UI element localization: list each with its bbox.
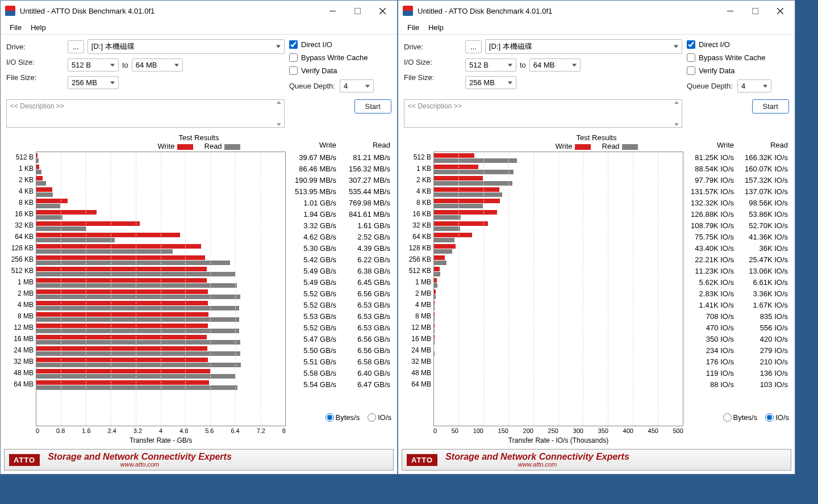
bar-pair xyxy=(36,356,285,368)
write-value: 108.79K IO/s xyxy=(683,220,734,232)
read-bar xyxy=(36,317,239,322)
filesize-select[interactable]: 256 MB xyxy=(465,76,516,89)
bypass-write-cache-checkbox[interactable]: Bypass Write Cache xyxy=(289,53,391,62)
read-bar xyxy=(36,306,239,310)
bar-pair xyxy=(36,288,285,300)
y-label: 16 KB xyxy=(4,208,34,220)
write-bar xyxy=(434,187,499,192)
x-tick: 2.4 xyxy=(107,427,116,434)
read-value: 6.22 GB/s xyxy=(340,254,390,266)
direct-io-checkbox[interactable]: Direct I/O xyxy=(289,40,391,49)
y-label: 48 MB xyxy=(4,367,34,379)
read-bar xyxy=(434,249,452,254)
verify-data-checkbox[interactable]: Verify Data xyxy=(289,66,391,75)
start-button[interactable]: Start xyxy=(752,99,789,114)
bar-pair xyxy=(36,368,285,379)
values-table: Write39.67 MB/s86.46 MB/s190.99 MB/s513.… xyxy=(286,141,394,426)
menu-help[interactable]: Help xyxy=(424,22,448,33)
description-input[interactable]: << Description >> xyxy=(404,99,682,128)
drive-select[interactable]: [D:] 本機磁碟 xyxy=(485,39,682,54)
read-bar xyxy=(36,272,235,276)
read-bar xyxy=(434,283,437,288)
menu-file[interactable]: File xyxy=(5,22,26,33)
y-label: 8 KB xyxy=(4,197,34,208)
write-bar xyxy=(434,199,500,203)
iosize-to-select[interactable]: 64 MB xyxy=(529,58,581,72)
read-bar xyxy=(36,295,240,299)
read-value: 6.56 GB/s xyxy=(340,345,390,356)
queue-depth-select[interactable]: 4 xyxy=(737,79,771,93)
write-bar xyxy=(36,221,140,226)
y-label: 16 MB xyxy=(4,333,34,345)
read-value: 157.32K IO/s xyxy=(737,175,788,186)
bar-pair xyxy=(36,198,285,209)
write-value: 5.52 GB/s xyxy=(286,322,336,334)
close-button[interactable] xyxy=(767,2,792,19)
iosize-to-select[interactable]: 64 MB xyxy=(132,58,183,72)
menu-help[interactable]: Help xyxy=(26,22,51,33)
read-value: 6.38 GB/s xyxy=(340,266,390,277)
description-scrollbar[interactable] xyxy=(673,101,681,126)
read-value: 210 IO/s xyxy=(737,356,788,368)
direct-io-checkbox[interactable]: Direct I/O xyxy=(687,40,789,49)
window-title: Untitled - ATTO Disk Benchmark 4.01.0f1 xyxy=(418,7,717,15)
filesize-select[interactable]: 256 MB xyxy=(68,76,119,89)
read-bar xyxy=(434,306,435,310)
iosize-from-select[interactable]: 512 B xyxy=(465,58,516,72)
y-axis-labels: 512 B1 KB2 KB4 KB8 KB16 KB32 KB64 KB128 … xyxy=(4,152,36,426)
bytes-radio[interactable]: Bytes/s xyxy=(723,413,758,422)
menu-file[interactable]: File xyxy=(403,22,424,33)
write-value: 22.21K IO/s xyxy=(683,254,734,266)
minimize-button[interactable] xyxy=(717,2,742,19)
legend-read-swatch xyxy=(224,144,240,150)
iosize-from-select[interactable]: 512 B xyxy=(68,58,119,72)
x-tick: 250 xyxy=(548,427,558,434)
write-value: 5.58 GB/s xyxy=(286,368,336,379)
read-bar xyxy=(434,170,514,174)
write-value: 75.75K IO/s xyxy=(683,232,734,243)
ios-radio[interactable]: IO/s xyxy=(765,413,789,422)
close-button[interactable] xyxy=(370,2,395,19)
y-label: 32 MB xyxy=(402,356,431,367)
y-label: 4 MB xyxy=(4,299,34,310)
write-value: 39.67 MB/s xyxy=(286,152,336,163)
write-value: 97.79K IO/s xyxy=(683,175,734,186)
read-bar xyxy=(36,181,46,186)
drive-select[interactable]: [D:] 本機磁碟 xyxy=(87,39,285,54)
read-value: 136 IO/s xyxy=(737,368,788,379)
maximize-button[interactable] xyxy=(345,2,370,19)
x-tick: 7.2 xyxy=(257,427,265,434)
read-value: 98.56K IO/s xyxy=(737,198,788,209)
x-axis-label: Transfer Rate - IO/s (Thousands) xyxy=(433,435,683,447)
minimize-button[interactable] xyxy=(320,2,345,19)
maximize-button[interactable] xyxy=(742,2,767,19)
x-axis-label: Transfer Rate - GB/s xyxy=(36,435,286,447)
write-bar xyxy=(36,346,207,351)
x-tick: 0 xyxy=(433,427,437,434)
y-label: 512 B xyxy=(4,152,34,163)
verify-data-checkbox[interactable]: Verify Data xyxy=(687,66,789,75)
drive-browse-button[interactable]: ... xyxy=(465,40,482,53)
bar-pair xyxy=(434,254,683,266)
write-bar xyxy=(36,210,97,215)
write-value: 11.23K IO/s xyxy=(683,266,734,277)
write-bar xyxy=(36,324,208,328)
read-value: 535.44 MB/s xyxy=(340,186,390,198)
description-input[interactable]: << Description >> xyxy=(6,99,285,128)
y-label: 128 KB xyxy=(4,242,34,254)
drive-browse-button[interactable]: ... xyxy=(68,40,84,53)
bypass-write-cache-checkbox[interactable]: Bypass Write Cache xyxy=(687,53,789,62)
write-value: 5.49 GB/s xyxy=(286,266,336,277)
read-bar xyxy=(36,226,86,231)
label-filesize: File Size: xyxy=(404,73,461,82)
bytes-radio[interactable]: Bytes/s xyxy=(325,413,360,422)
brand-tagline: Storage and Network Connectivity Experts… xyxy=(48,452,232,468)
brand-url: www.atto.com xyxy=(445,461,629,468)
queue-depth-select[interactable]: 4 xyxy=(340,79,374,93)
x-tick: 0 xyxy=(36,427,39,434)
ios-radio[interactable]: IO/s xyxy=(368,413,391,422)
bar-pair xyxy=(36,232,285,243)
description-scrollbar[interactable] xyxy=(275,101,283,126)
start-button[interactable]: Start xyxy=(354,99,391,114)
x-tick: 4.8 xyxy=(180,427,188,434)
